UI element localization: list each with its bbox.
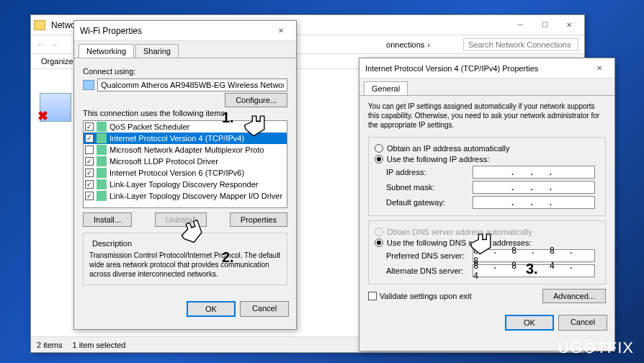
list-item[interactable]: Link-Layer Topology Discovery Responder [84, 179, 287, 190]
tab-general[interactable]: General [364, 81, 408, 95]
checkbox[interactable] [85, 122, 94, 131]
status-count: 2 items [37, 341, 62, 349]
list-item[interactable]: Internet Protocol Version 6 (TCP/IPv6) [84, 167, 287, 179]
adns-label: Alternate DNS server: [386, 266, 473, 275]
validate-checkbox[interactable] [368, 292, 377, 300]
component-icon [97, 145, 107, 155]
minimize-button[interactable]: ─ [508, 17, 532, 33]
list-item[interactable]: Microsoft Network Adapter Multiplexor Pr… [84, 144, 287, 156]
gateway-field[interactable]: . . . [473, 196, 595, 209]
mask-label: Subnet mask: [386, 183, 473, 192]
connect-using-label: Connect using: [83, 67, 287, 76]
checkbox[interactable] [85, 145, 94, 154]
callout-1: 1. [222, 109, 234, 126]
adapter-icon-disabled[interactable]: ✖ [40, 93, 71, 122]
close-button[interactable]: ✕ [587, 60, 612, 76]
radio-use-ip[interactable] [375, 155, 383, 163]
component-icon [97, 156, 107, 166]
cancel-button[interactable]: Cancel [240, 301, 289, 317]
close-button[interactable]: ✕ [269, 23, 293, 39]
callout-2: 2. [222, 249, 234, 266]
nav-fwd-icon[interactable]: → [50, 40, 58, 49]
ipv4-properties-dialog: Internet Protocol Version 4 (TCP/IPv4) P… [359, 58, 615, 351]
cancel-button[interactable]: Cancel [558, 315, 607, 331]
ip-address-field[interactable]: . . . [473, 166, 595, 179]
ipv4-title: Internet Protocol Version 4 (TCP/IPv4) P… [362, 64, 587, 73]
checkbox[interactable] [85, 169, 94, 177]
chevron-right-icon: › [427, 40, 430, 49]
tab-sharing[interactable]: Sharing [135, 44, 179, 58]
configure-button[interactable]: Configure... [225, 93, 287, 107]
organize-button[interactable]: Organize [37, 55, 78, 67]
list-item[interactable]: Link-Layer Topology Discovery Mapper I/O… [84, 190, 287, 202]
advanced-button[interactable]: Advanced... [542, 289, 606, 303]
wifi-title: Wi-Fi Properties [77, 26, 269, 36]
pdns-label: Preferred DNS server: [386, 251, 473, 260]
search-input[interactable] [463, 38, 578, 51]
adapter-icon [83, 80, 94, 90]
checkbox[interactable] [85, 180, 94, 189]
folder-icon [34, 20, 45, 30]
subnet-mask-field[interactable]: . . . [473, 181, 595, 194]
checkbox[interactable] [85, 192, 94, 200]
checkbox[interactable] [85, 134, 94, 143]
radio-obtain-ip[interactable] [375, 144, 383, 153]
radio-use-dns[interactable] [375, 238, 383, 247]
ok-button[interactable]: OK [505, 315, 554, 331]
component-icon [97, 122, 107, 132]
breadcrumb[interactable]: onnections › [386, 40, 430, 49]
component-icon [97, 168, 107, 178]
ipv4-intro: You can get IP settings assigned automat… [368, 102, 606, 130]
pointer-cursor-icon [239, 109, 271, 141]
status-selected: 1 item selected [72, 341, 125, 349]
watermark: UG⊖TFIX [558, 339, 634, 357]
checkbox[interactable] [85, 157, 94, 166]
callout-3: 3. [526, 261, 538, 277]
ok-button[interactable]: OK [187, 301, 236, 317]
description-heading: Description [89, 239, 135, 248]
tab-networking[interactable]: Networking [79, 44, 134, 58]
adapter-field [97, 79, 287, 91]
list-item[interactable]: Microsoft LLDP Protocol Driver [84, 156, 287, 167]
pointer-cursor-icon [465, 228, 497, 259]
close-button[interactable]: ✕ [557, 17, 581, 33]
nav-back-icon[interactable]: ← [37, 40, 45, 49]
radio-obtain-dns [375, 228, 383, 236]
component-icon [97, 133, 107, 143]
install-button[interactable]: Install... [83, 212, 132, 227]
wifi-properties-dialog: Wi-Fi Properties ✕ Networking Sharing Co… [73, 20, 297, 330]
gw-label: Default gateway: [386, 198, 473, 207]
description-text: Transmission Control Protocol/Internet P… [89, 251, 281, 279]
maximize-button[interactable]: ☐ [532, 17, 557, 33]
ip-label: IP address: [386, 168, 473, 176]
component-icon [97, 179, 107, 189]
properties-button[interactable]: Properties [230, 212, 287, 227]
component-icon [97, 191, 107, 201]
